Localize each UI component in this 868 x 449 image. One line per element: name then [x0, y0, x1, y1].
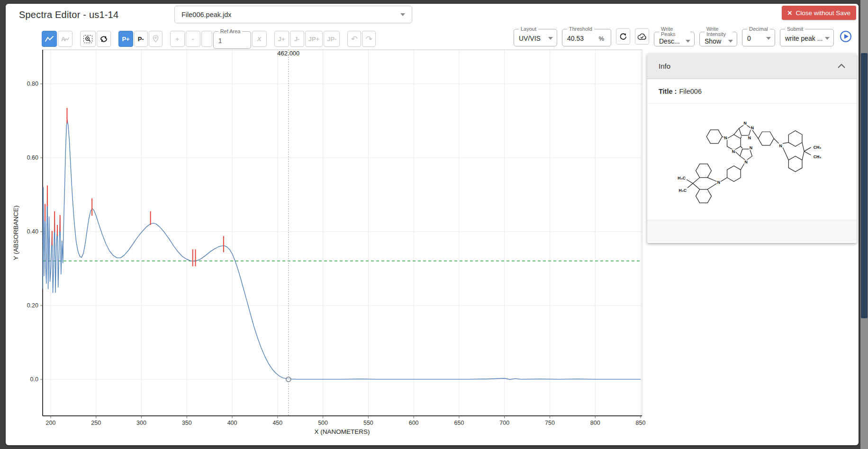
j-minus-button[interactable]: J-	[290, 31, 304, 47]
chevron-down-icon	[548, 37, 553, 40]
info-panel-header: Info	[647, 54, 857, 79]
submit-label: Submit	[785, 27, 805, 32]
svg-text:CH₃: CH₃	[814, 154, 822, 159]
decrease-button[interactable]: -	[186, 31, 200, 47]
svg-text:300: 300	[136, 420, 146, 426]
ref-area-field[interactable]: Ref Area 1	[213, 29, 251, 49]
settings-controls: Layout UV/VIS Threshold 40.53 % Write Pe…	[514, 27, 853, 46]
svg-text:350: 350	[182, 420, 192, 426]
svg-text:N: N	[724, 135, 727, 140]
svg-text:X (NANOMETERS): X (NANOMETERS)	[314, 428, 370, 435]
svg-text:700: 700	[499, 420, 509, 426]
chevron-down-icon	[766, 37, 771, 40]
chevron-down-icon	[728, 40, 733, 43]
svg-text:750: 750	[545, 420, 555, 426]
reset-zoom-button[interactable]	[97, 31, 111, 47]
file-selector[interactable]: File006.peak.jdx	[174, 6, 412, 23]
pin-button[interactable]	[149, 31, 163, 47]
svg-text:H₃C: H₃C	[678, 188, 687, 192]
refresh-threshold-button[interactable]	[616, 28, 630, 45]
window-scrollbar[interactable]	[860, 0, 868, 449]
info-panel-footer	[647, 220, 857, 242]
chevron-down-icon	[825, 37, 830, 40]
location-pin-icon	[153, 35, 159, 43]
svg-text:500: 500	[318, 420, 328, 426]
svg-text:CH₃: CH₃	[814, 145, 822, 150]
ref-area-label: Ref Area	[218, 29, 243, 34]
svg-text:0.0: 0.0	[30, 376, 38, 383]
svg-text:462.000: 462.000	[277, 50, 299, 57]
svg-text:N: N	[748, 135, 751, 140]
svg-text:0.20: 0.20	[27, 302, 38, 309]
page-title: Spectra Editor - us1-14	[19, 9, 118, 20]
layout-value: UV/VIS	[519, 35, 548, 42]
info-panel: Info Title : File006 NNNNNNNNNCH₃CH₃H₃CH…	[647, 54, 857, 243]
submit-value: write peak ...	[785, 35, 825, 42]
magnifier-icon	[85, 36, 91, 42]
svg-text:N: N	[743, 120, 746, 125]
svg-text:N: N	[732, 149, 735, 154]
empty-button[interactable]	[201, 31, 212, 47]
write-intensity-value: Show	[705, 37, 728, 45]
auto-assign-button[interactable]: A	[58, 31, 72, 47]
write-peaks-label: Write Peaks	[659, 27, 690, 37]
spectrum-chart[interactable]: 462.000200250300350400450500550600650700…	[6, 46, 669, 444]
write-peaks-value: Desc...	[659, 37, 686, 45]
jp-plus-button[interactable]: JP+	[305, 31, 323, 47]
svg-text:N: N	[717, 180, 720, 185]
scrollbar-thumb[interactable]	[861, 53, 868, 318]
threshold-field[interactable]: Threshold 40.53 %	[562, 27, 611, 46]
close-button-label: Close without Save	[796, 9, 850, 17]
svg-text:N: N	[751, 125, 754, 130]
info-header-label: Info	[659, 62, 670, 70]
spectrum-plot[interactable]: 462.000200250300350400450500550600650700…	[6, 46, 669, 444]
svg-text:0.40: 0.40	[27, 228, 38, 235]
collapse-panel-button[interactable]	[838, 64, 845, 68]
layout-select[interactable]: Layout UV/VIS	[514, 27, 557, 46]
svg-text:550: 550	[363, 420, 373, 426]
svg-text:N: N	[779, 144, 782, 148]
zoom-select-button[interactable]	[80, 31, 96, 47]
submit-select[interactable]: Submit write peak ...	[780, 27, 834, 46]
refresh-icon	[619, 33, 627, 41]
write-intensity-select[interactable]: Write Intensity Show	[699, 27, 737, 46]
info-title-row: Title : File006	[647, 79, 857, 104]
svg-text:0.60: 0.60	[27, 154, 38, 161]
svg-text:250: 250	[91, 420, 101, 426]
info-title-value: File006	[679, 88, 702, 95]
svg-text:600: 600	[409, 420, 419, 426]
threshold-value: 40.53	[567, 35, 598, 42]
decimal-select[interactable]: Decimal 0	[742, 27, 775, 46]
jp-minus-button[interactable]: JP-	[324, 31, 340, 47]
molecule-area: NNNNNNNNNCH₃CH₃H₃CH₃C	[647, 104, 857, 220]
svg-text:800: 800	[590, 420, 600, 426]
svg-text:Y (ABSORBANCE): Y (ABSORBANCE)	[12, 206, 19, 260]
undo-button[interactable]: ↶	[347, 31, 361, 47]
increase-button[interactable]: +	[170, 31, 185, 47]
chevron-up-icon	[838, 64, 845, 68]
info-title-label: Title :	[659, 88, 677, 95]
chevron-down-icon	[400, 13, 405, 16]
j-plus-button[interactable]: J+	[274, 31, 289, 47]
svg-text:0.80: 0.80	[27, 81, 38, 87]
refresh-arrows-icon	[100, 36, 108, 43]
x-mode-button[interactable]: X	[252, 31, 267, 47]
redo-button[interactable]: ↷	[362, 31, 376, 47]
line-display-button[interactable]	[42, 31, 57, 47]
peak-add-button[interactable]: P+	[118, 31, 133, 47]
undo-icon: ↶	[351, 35, 358, 43]
peak-remove-button[interactable]: P-	[134, 31, 148, 47]
svg-text:200: 200	[46, 420, 56, 426]
close-icon: ✕	[787, 9, 793, 17]
threshold-unit: %	[598, 35, 604, 42]
ref-area-value: 1	[218, 37, 247, 45]
save-cloud-button[interactable]	[635, 28, 649, 45]
write-peaks-select[interactable]: Write Peaks Desc...	[654, 27, 695, 46]
close-without-save-button[interactable]: ✕ Close without Save	[782, 6, 856, 20]
run-submit-button[interactable]	[839, 28, 853, 45]
svg-text:450: 450	[272, 420, 282, 426]
play-circle-icon	[840, 30, 852, 43]
layout-label: Layout	[519, 27, 538, 32]
line-chart-icon	[45, 36, 54, 42]
molecule-structure: NNNNNNNNNCH₃CH₃H₃CH₃C	[676, 113, 828, 211]
